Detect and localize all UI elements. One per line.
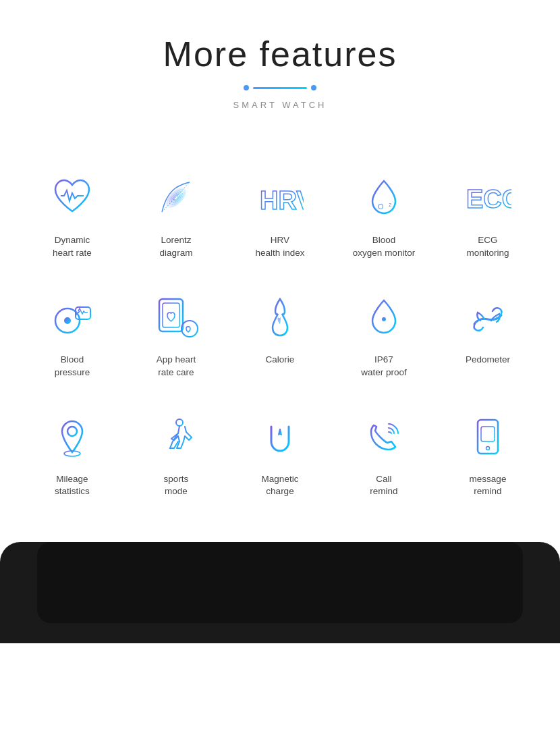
feature-label-dynamic-heart-rate: Dynamic heart rate	[53, 234, 92, 260]
feature-label-call-remind: Call remind	[370, 473, 397, 499]
mileage-icon	[45, 410, 99, 464]
subtitle: SMART WATCH	[0, 100, 560, 110]
feature-label-calorie: Calorie	[266, 354, 295, 367]
header: More features SMART WATCH	[0, 0, 560, 144]
feature-label-blood-oxygen-monitor: Blood oxygen monitor	[353, 234, 415, 260]
page-wrapper: More features SMART WATCH Dynamic heart …	[0, 0, 560, 643]
magnetic-icon	[253, 410, 307, 464]
deco-dot-left	[244, 85, 249, 90]
feature-item-calorie: Calorie	[228, 277, 332, 396]
feature-label-sports-mode: sports mode	[164, 473, 189, 499]
svg-text:ECG: ECG	[466, 185, 511, 213]
svg-text:HRV: HRV	[260, 186, 304, 215]
svg-text:O: O	[378, 202, 384, 211]
water-proof-icon	[357, 290, 411, 344]
svg-point-31	[486, 446, 490, 450]
svg-text:2: 2	[389, 202, 392, 208]
feature-label-hrv-health-index: HRV health index	[256, 234, 305, 260]
feature-label-message-remind: message remind	[470, 473, 507, 499]
svg-point-20	[382, 317, 386, 321]
feature-item-hrv-health-index: HRV HRV health index	[228, 157, 332, 277]
feature-label-ip67-water-proof: IP67 water proof	[361, 354, 407, 379]
sports-icon	[149, 410, 203, 464]
feature-label-ecg-monitoring: ECG monitoring	[466, 234, 509, 260]
feature-label-magnetic-charge: Magnetic charge	[262, 473, 299, 499]
feature-item-mileage-statistics: Mileage statistics	[20, 396, 124, 516]
features-grid: Dynamic heart rate Lorentz diagram HRV H…	[0, 144, 560, 529]
app-heart-icon	[149, 290, 203, 344]
feature-item-lorentz-diagram: Lorentz diagram	[124, 157, 228, 277]
blood-pressure-icon	[45, 290, 99, 344]
feature-item-app-heart-rate-care: App heart rate care	[124, 277, 228, 396]
feature-item-dynamic-heart-rate: Dynamic heart rate	[20, 157, 124, 277]
deco-dot-right	[311, 85, 316, 90]
feature-item-magnetic-charge: Magnetic charge	[228, 396, 332, 516]
ecg-icon: ECG	[461, 171, 515, 225]
pedometer-icon	[461, 290, 515, 344]
title-decoration	[0, 85, 560, 90]
svg-point-23	[176, 419, 183, 426]
svg-point-15	[64, 317, 71, 324]
feature-item-ip67-water-proof: IP67 water proof	[332, 277, 436, 396]
feature-item-blood-pressure: Blood pressure	[20, 277, 124, 396]
lorentz-icon	[149, 171, 203, 225]
feature-item-blood-oxygen-monitor: O 2 Blood oxygen monitor	[332, 157, 436, 277]
feature-item-message-remind: message remind	[436, 396, 540, 516]
heart-rate-icon	[45, 171, 99, 225]
feature-item-sports-mode: sports mode	[124, 396, 228, 516]
feature-label-mileage-statistics: Mileage statistics	[55, 473, 90, 499]
feature-item-ecg-monitoring: ECG ECG monitoring	[436, 157, 540, 277]
feature-label-app-heart-rate-care: App heart rate care	[157, 354, 196, 379]
bottom-inner	[37, 542, 523, 623]
svg-point-8	[165, 186, 188, 209]
svg-point-19	[181, 321, 198, 337]
feature-label-blood-pressure: Blood pressure	[55, 354, 90, 379]
blood-oxygen-icon: O 2	[357, 171, 411, 225]
svg-point-21	[67, 427, 77, 436]
svg-rect-27	[481, 427, 495, 441]
feature-label-pedometer: Pedometer	[466, 354, 510, 367]
main-title: More features	[0, 34, 560, 74]
message-icon	[461, 410, 515, 464]
deco-line	[253, 87, 307, 89]
feature-label-lorentz-diagram: Lorentz diagram	[160, 234, 193, 260]
feature-item-call-remind: Call remind	[332, 396, 436, 516]
call-icon	[357, 410, 411, 464]
svg-rect-18	[163, 303, 179, 327]
hrv-icon: HRV	[253, 171, 307, 225]
bottom-bar	[0, 542, 560, 643]
feature-item-pedometer: Pedometer	[436, 277, 540, 396]
calorie-icon	[253, 290, 307, 344]
